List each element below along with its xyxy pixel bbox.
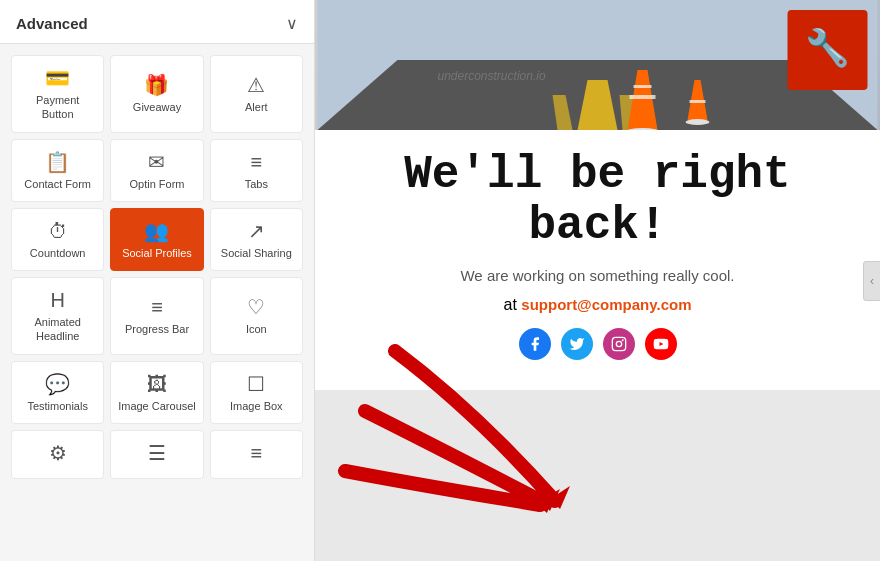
widget-16-icon: ⚙ (49, 443, 67, 463)
social-icons-row (345, 328, 850, 360)
widget-item-widget-17[interactable]: ☰ (110, 430, 203, 479)
widget-item-alert[interactable]: ⚠Alert (210, 55, 303, 133)
image-box-icon: ☐ (247, 374, 265, 394)
social-profiles-icon: 👥 (144, 221, 169, 241)
svg-marker-21 (535, 491, 555, 513)
widget-item-optin-form[interactable]: ✉Optin Form (110, 139, 203, 202)
optin-form-label: Optin Form (129, 177, 184, 191)
svg-rect-6 (630, 95, 656, 99)
svg-text:underconstruction.io: underconstruction.io (438, 69, 546, 83)
social-icon-twitter[interactable] (561, 328, 593, 360)
giveaway-label: Giveaway (133, 100, 181, 114)
alert-label: Alert (245, 100, 268, 114)
image-carousel-label: Image Carousel (118, 399, 196, 413)
tabs-label: Tabs (245, 177, 268, 191)
social-sharing-icon: ↗ (248, 221, 265, 241)
svg-rect-15 (612, 338, 625, 351)
social-sharing-label: Social Sharing (221, 246, 292, 260)
widget-item-animated-headline[interactable]: HAnimated Headline (11, 277, 104, 355)
widget-17-icon: ☰ (148, 443, 166, 463)
widget-18-icon: ≡ (250, 443, 262, 463)
widget-item-social-profiles[interactable]: 👥Social Profiles (110, 208, 203, 271)
animated-headline-label: Animated Headline (34, 315, 80, 344)
widget-item-countdown[interactable]: ⏱Countdown (11, 208, 104, 271)
svg-point-17 (621, 340, 623, 342)
maintenance-email-line: at support@company.com (345, 296, 850, 314)
animated-headline-icon: H (50, 290, 64, 310)
widget-item-icon[interactable]: ♡Icon (210, 277, 303, 355)
widget-item-image-carousel[interactable]: 🖼Image Carousel (110, 361, 203, 424)
widget-item-payment-button[interactable]: 💳Payment Button (11, 55, 104, 133)
widget-item-testimonials[interactable]: 💬Testimonials (11, 361, 104, 424)
image-box-label: Image Box (230, 399, 283, 413)
payment-button-icon: 💳 (45, 68, 70, 88)
svg-rect-7 (634, 85, 652, 88)
svg-marker-19 (550, 486, 570, 509)
panel-title: Advanced (16, 15, 88, 32)
maintenance-title: We'll be right back! (345, 150, 850, 251)
svg-text:🔧: 🔧 (805, 26, 850, 69)
widget-item-progress-bar[interactable]: ≡Progress Bar (110, 277, 203, 355)
preview-area: 🔧 underconstruction.io We'll be right ba… (315, 0, 880, 561)
countdown-icon: ⏱ (48, 221, 68, 241)
widget-item-widget-16[interactable]: ⚙ (11, 430, 104, 479)
widget-item-tabs[interactable]: ≡Tabs (210, 139, 303, 202)
svg-marker-20 (540, 489, 560, 511)
widgets-grid: 💳Payment Button🎁Giveaway⚠Alert📋Contact F… (0, 44, 314, 490)
icon-icon: ♡ (247, 297, 265, 317)
left-panel: Advanced ∨ 💳Payment Button🎁Giveaway⚠Aler… (0, 0, 315, 561)
maintenance-subtitle: We are working on something really cool. (345, 267, 850, 284)
panel-chevron-icon[interactable]: ∨ (286, 14, 298, 33)
widget-item-social-sharing[interactable]: ↗Social Sharing (210, 208, 303, 271)
payment-button-label: Payment Button (36, 93, 79, 122)
panel-header: Advanced ∨ (0, 0, 314, 44)
svg-rect-10 (690, 100, 706, 103)
svg-point-11 (686, 119, 710, 125)
countdown-label: Countdown (30, 246, 86, 260)
tabs-icon: ≡ (250, 152, 262, 172)
social-profiles-label: Social Profiles (122, 246, 192, 260)
progress-bar-icon: ≡ (151, 297, 163, 317)
social-icon-facebook[interactable] (519, 328, 551, 360)
widget-item-image-box[interactable]: ☐Image Box (210, 361, 303, 424)
testimonials-icon: 💬 (45, 374, 70, 394)
testimonials-label: Testimonials (27, 399, 88, 413)
maintenance-content: We'll be right back! We are working on s… (315, 130, 880, 390)
road-svg: 🔧 underconstruction.io (315, 0, 880, 130)
right-panel: 🔧 underconstruction.io We'll be right ba… (315, 0, 880, 561)
alert-icon: ⚠ (247, 75, 265, 95)
contact-form-label: Contact Form (24, 177, 91, 191)
progress-bar-label: Progress Bar (125, 322, 189, 336)
optin-form-icon: ✉ (148, 152, 165, 172)
social-icon-instagram[interactable] (603, 328, 635, 360)
widget-item-widget-18[interactable]: ≡ (210, 430, 303, 479)
social-icon-youtube[interactable] (645, 328, 677, 360)
construction-image: 🔧 underconstruction.io (315, 0, 880, 130)
widget-item-giveaway[interactable]: 🎁Giveaway (110, 55, 203, 133)
svg-point-16 (616, 342, 621, 347)
giveaway-icon: 🎁 (144, 75, 169, 95)
image-carousel-icon: 🖼 (147, 374, 167, 394)
contact-form-icon: 📋 (45, 152, 70, 172)
icon-label: Icon (246, 322, 267, 336)
maintenance-email[interactable]: support@company.com (521, 296, 691, 313)
widget-item-contact-form[interactable]: 📋Contact Form (11, 139, 104, 202)
